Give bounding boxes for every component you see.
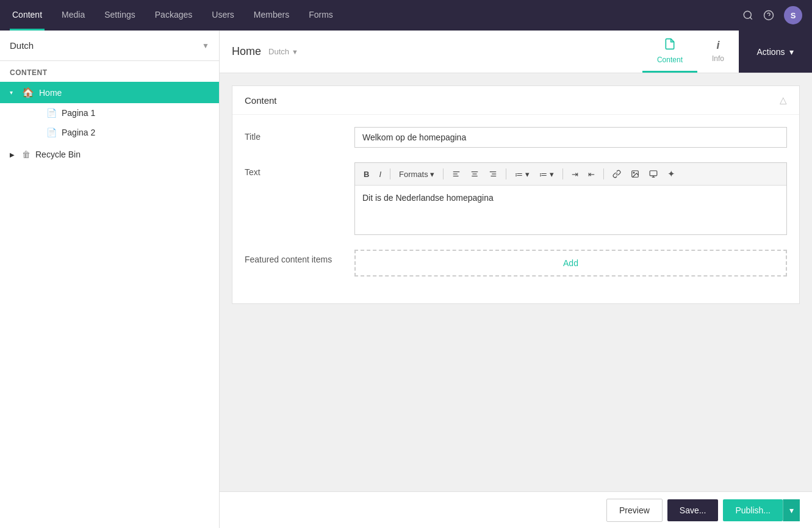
rte-indent-button[interactable]: ⇥ — [568, 168, 582, 181]
language-selector[interactable]: Dutch ▼ — [0, 31, 219, 61]
rte-formats-button[interactable]: Formats ▾ — [395, 168, 438, 181]
title-input[interactable] — [354, 127, 787, 148]
rte-image-button[interactable] — [627, 168, 643, 180]
tree-arrow-icon: ▾ — [10, 89, 17, 96]
rte-toolbar: B I Formats ▾ — [355, 163, 786, 186]
rte-outdent-button[interactable]: ⇤ — [584, 168, 598, 181]
nav-item-content[interactable]: Content — [10, 0, 45, 31]
rte-bold-button[interactable]: B — [360, 168, 373, 181]
top-navigation: Content Media Settings Packages Users Me… — [0, 0, 812, 31]
rte-ol-button[interactable]: ≔ ▾ — [536, 168, 558, 181]
recycle-bin-icon: 🗑 — [22, 150, 31, 159]
content-area: Home Dutch ▼ Content i — [220, 31, 812, 528]
sidebar-tree: ▾ 🏠 Home ▶ 📄 Pagina 1 ▶ 📄 Pagina 2 — [0, 82, 219, 528]
actions-chevron-icon: ▾ — [789, 47, 794, 57]
tree-child-pagina2: ▶ 📄 Pagina 2 — [0, 123, 219, 142]
page-icon-pagina2: 📄 — [46, 128, 57, 137]
tab-info[interactable]: i Info — [697, 31, 739, 73]
sidebar-section-label: Content — [0, 61, 219, 82]
tree-item-recycle-bin[interactable]: ▶ 🗑 Recycle Bin — [0, 145, 219, 164]
rte-source-button[interactable]: ✦ — [664, 167, 679, 181]
rte-link-button[interactable] — [609, 168, 625, 180]
rte-separator-4 — [562, 168, 563, 179]
publish-button[interactable]: Publish... — [723, 499, 783, 521]
collapse-icon[interactable]: △ — [780, 95, 787, 106]
rte-separator-2 — [443, 168, 444, 179]
tree-item-pagina2[interactable]: ▶ 📄 Pagina 2 — [24, 123, 219, 142]
tab-content[interactable]: Content — [642, 31, 697, 73]
nav-item-settings[interactable]: Settings — [102, 0, 138, 31]
main-layout: Dutch ▼ Content ▾ 🏠 Home ▶ 📄 Pagina 1 — [0, 31, 812, 528]
nav-item-media[interactable]: Media — [59, 0, 87, 31]
tree-arrow-recycle-icon: ▶ — [10, 151, 17, 158]
text-field-row: Text B I Formats ▾ — [245, 162, 787, 235]
rte-content-area[interactable]: Dit is de Nederlandse homepagina — [355, 186, 786, 234]
rte-ul-button[interactable]: ≔ ▾ — [511, 168, 533, 181]
rte-field: B I Formats ▾ — [354, 162, 787, 235]
svg-point-14 — [633, 172, 634, 173]
nav-item-users[interactable]: Users — [209, 0, 237, 31]
featured-field: Add — [354, 250, 787, 277]
info-tab-icon: i — [716, 39, 719, 52]
nav-item-packages[interactable]: Packages — [153, 0, 195, 31]
page-icon-pagina1: 📄 — [46, 108, 57, 118]
svg-line-1 — [750, 17, 752, 19]
breadcrumb: Home Dutch ▼ — [220, 31, 642, 73]
tree-item-pagina1[interactable]: ▶ 📄 Pagina 1 — [24, 103, 219, 123]
home-icon: 🏠 — [22, 87, 34, 98]
header-lang-badge: Dutch ▼ — [268, 47, 298, 56]
header-tabs: Content i Info Actions ▾ — [642, 31, 812, 73]
nav-item-members[interactable]: Members — [251, 0, 292, 31]
save-button[interactable]: Save... — [667, 499, 719, 521]
rte-align-left-button[interactable] — [448, 168, 464, 180]
nav-item-forms[interactable]: Forms — [306, 0, 336, 31]
sidebar: Dutch ▼ Content ▾ 🏠 Home ▶ 📄 Pagina 1 — [0, 31, 220, 528]
actions-button[interactable]: Actions ▾ — [739, 31, 812, 73]
publish-split-chevron-icon: ▾ — [789, 505, 794, 515]
add-button[interactable]: Add — [354, 250, 787, 277]
content-body: Content △ Title Text — [220, 73, 812, 491]
publish-group: Publish... ▾ — [723, 499, 800, 521]
content-panel-header: Content △ — [232, 86, 799, 115]
title-field — [354, 127, 787, 148]
content-panel-body: Title Text B I — [232, 115, 799, 303]
featured-field-row: Featured content items Add — [245, 250, 787, 277]
svg-rect-15 — [650, 171, 657, 176]
tree-child-pagina1: ▶ 📄 Pagina 1 — [0, 103, 219, 123]
content-footer: Preview Save... Publish... ▾ — [220, 491, 812, 528]
search-button[interactable] — [742, 10, 753, 21]
rte-media-button[interactable] — [645, 168, 661, 180]
rte-separator-1 — [390, 168, 390, 179]
content-header: Home Dutch ▼ Content i — [220, 31, 812, 73]
user-avatar[interactable]: S — [784, 6, 802, 24]
rte-separator-5 — [603, 168, 604, 179]
tree-item-home[interactable]: ▾ 🏠 Home — [0, 82, 219, 103]
content-tab-icon — [664, 38, 676, 53]
rte-italic-button[interactable]: I — [375, 168, 385, 181]
language-chevron-icon: ▼ — [202, 42, 209, 50]
svg-point-0 — [744, 11, 751, 18]
title-label: Title — [245, 127, 342, 142]
rte-align-center-button[interactable] — [467, 168, 483, 180]
preview-button[interactable]: Preview — [606, 499, 663, 522]
lang-chevron-icon: ▼ — [292, 48, 298, 56]
nav-right-actions: S — [742, 6, 802, 24]
rte-separator-3 — [506, 168, 506, 179]
help-button[interactable] — [763, 10, 774, 21]
content-panel: Content △ Title Text — [232, 85, 800, 304]
publish-split-button[interactable]: ▾ — [783, 499, 800, 521]
featured-label: Featured content items — [245, 250, 342, 264]
title-field-row: Title — [245, 127, 787, 148]
text-label: Text — [245, 162, 342, 177]
rich-text-editor: B I Formats ▾ — [354, 162, 787, 235]
rte-align-right-button[interactable] — [485, 168, 501, 180]
